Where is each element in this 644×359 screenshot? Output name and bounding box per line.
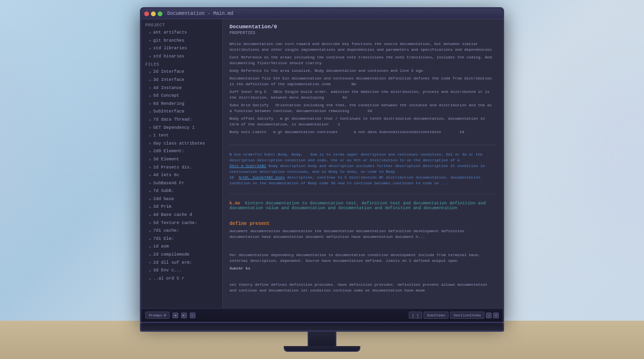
monitor-wrapper: Documentation - Main.md Project ant arti… xyxy=(135,7,509,352)
taskbar-btn-check[interactable]: ☐ xyxy=(486,313,492,318)
sidebar-item-git[interactable]: git branches xyxy=(141,37,222,45)
sidebar-item-3dp[interactable]: 3d Prim xyxy=(141,203,222,211)
title-bar: Documentation - Main.md xyxy=(141,9,503,19)
sidebar-item-subbase[interactable]: SubBaseA6 Fr xyxy=(141,180,222,188)
divider-1 xyxy=(230,145,496,145)
section-ver: Ver documentation dependency documentati… xyxy=(230,249,496,274)
monitor-screen: Documentation - Main.md Project ant arti… xyxy=(141,9,503,322)
title-bar-label: Documentation - Main.md xyxy=(167,11,233,16)
para-blue-2: Dbtk m SubtrSABC Body description body a… xyxy=(230,163,496,175)
sidebar-section-project: Project xyxy=(141,21,222,29)
para-7: Body offset Satisfy m gt documentation t… xyxy=(230,116,496,127)
sidebar-item-2d[interactable]: 2d Interface xyxy=(141,68,222,76)
sidebar-item-5dt[interactable]: 5d Texture cache: xyxy=(141,219,222,227)
para-teal: k.Am Kintern documentation to documentat… xyxy=(230,201,496,211)
taskbar-btn-menu[interactable]: ≡ xyxy=(493,313,499,318)
sidebar-item-2ds[interactable]: 2d dll suf erm: xyxy=(141,259,222,267)
para-5: Suff Inner Org 5 OBle Single build order… xyxy=(230,89,496,101)
doc-title: Documentation/0 xyxy=(230,24,496,30)
sidebar-item-2dp[interactable]: 2d Presets dis. xyxy=(141,164,222,172)
close-btn[interactable] xyxy=(144,11,149,16)
para-ver: Ver documentation dependency documentati… xyxy=(230,252,496,264)
maximize-btn[interactable] xyxy=(158,11,162,16)
taskbar: Stamps ⚙ ◀ ▶ ▸ [ ] SubItems SectionItems… xyxy=(141,308,503,322)
taskbar-app-label: Stamps xyxy=(149,313,162,317)
sidebar-item-7d1e[interactable]: 7d1 Elm: xyxy=(141,235,222,243)
sidebar-item-2dc[interactable]: 2d compilemode xyxy=(141,251,222,259)
para-3: body Reference to the area localize. Bod… xyxy=(230,68,496,74)
section-theory: set theory define defines definition pro… xyxy=(230,279,496,298)
sidebar-item-3d[interactable]: 3d Interface xyxy=(141,76,222,84)
taskbar-app[interactable]: Stamps ⚙ xyxy=(145,312,170,319)
divider-2 xyxy=(230,194,496,194)
sidebar-item-7d[interactable]: 7d data Thread: xyxy=(141,116,222,124)
para-2: Cont Reference on the areas including th… xyxy=(230,55,496,66)
sidebar-item-1d[interactable]: 1d asm xyxy=(141,243,222,251)
sidebar-item-sub[interactable]: SubInterface xyxy=(141,108,222,116)
para-1: While documentation can turn toward and … xyxy=(230,41,496,53)
sidebar-item-6d[interactable]: 6d Rendering xyxy=(141,100,222,108)
sidebar-item-2d0[interactable]: 2d0 Element: xyxy=(141,147,222,156)
para-blue-3: 1E N/U0, SubdefABC body description, con… xyxy=(230,175,496,186)
sidebar-item-4d[interactable]: 4d Instance xyxy=(141,84,222,92)
para-theory: set theory define defines definition pro… xyxy=(230,282,496,293)
sidebar-item-al[interactable]: ..al ord 5 r xyxy=(141,275,222,283)
taskbar-btn-fwd[interactable]: ▶ xyxy=(181,313,187,318)
taskbar-item-bracket[interactable]: [ ] xyxy=(409,312,422,319)
minimize-btn[interactable] xyxy=(151,11,156,16)
para-8: Body outs Limits m gt documentation cont… xyxy=(230,129,496,135)
section-orange: define present document documentation do… xyxy=(230,218,496,245)
taskbar-group-middle: [ ] SubItems SectionItems ☐ ≡ xyxy=(409,312,499,319)
para-subchr: Subchr 5s xyxy=(230,266,496,271)
monitor-bezel xyxy=(140,323,504,332)
sidebar-item-std-bin[interactable]: std binaries xyxy=(141,53,222,61)
para-define: document documentation documentation the… xyxy=(230,228,496,240)
para-orange-heading: define present xyxy=(230,221,496,226)
sidebar-item-3de2[interactable]: 3d Env c... xyxy=(141,267,222,275)
monitor-frame: Documentation - Main.md Project ant arti… xyxy=(140,7,504,323)
sidebar-item-5d[interactable]: 5d Concept xyxy=(141,92,222,100)
sidebar-item-3de[interactable]: 3d Element xyxy=(141,156,222,164)
taskbar-btn-back[interactable]: ◀ xyxy=(172,313,178,318)
sidebar-item-get[interactable]: GET Dependency 1 xyxy=(141,124,222,132)
sidebar: Project ant artifacts git branches std l… xyxy=(141,19,223,308)
sidebar-item-day[interactable]: day class attributes xyxy=(141,140,222,148)
taskbar-icon: ⚙ xyxy=(164,313,166,317)
section-blue: B Sun orderfin Subtr Body, Body, Sum is … xyxy=(230,149,496,189)
para-6: Subs Grid Satisfy Orientation including … xyxy=(230,102,496,114)
sidebar-item-std-lib[interactable]: std libraries xyxy=(141,45,222,53)
section-teal: k.Am Kintern documentation to documentat… xyxy=(230,198,496,213)
taskbar-item-section[interactable]: SectionItems xyxy=(450,312,484,319)
sidebar-item-2dd[interactable]: 2dd base xyxy=(141,195,222,203)
sidebar-section-files: Files xyxy=(141,60,222,68)
sidebar-item-4db[interactable]: 4d Base cache d xyxy=(141,211,222,219)
monitor-neck xyxy=(308,332,336,346)
sidebar-item-test[interactable]: 1 test xyxy=(141,132,222,140)
sidebar-item-7ds[interactable]: 7d SubB. xyxy=(141,187,222,195)
doc-subtitle: PROPERTIES xyxy=(230,31,496,35)
section-intro: While documentation can turn toward and … xyxy=(230,38,496,140)
taskbar-item-subitems[interactable]: SubItems xyxy=(424,312,448,319)
main-content[interactable]: Documentation/0 PROPERTIES While documen… xyxy=(223,19,503,308)
sidebar-item-ant[interactable]: ant artifacts xyxy=(141,29,222,37)
taskbar-btn-play[interactable]: ▸ xyxy=(190,313,196,318)
para-blue-1: B Sun orderfin Subtr Body, Body, Sum is … xyxy=(230,152,496,163)
monitor-base xyxy=(284,346,360,352)
sidebar-item-4dl[interactable]: 4d lets 6c xyxy=(141,171,222,180)
sidebar-item-7d1[interactable]: 7d1 cache: xyxy=(141,227,222,235)
para-4: Documentation file 5th Ein documentation… xyxy=(230,76,496,87)
app-container: Project ant artifacts git branches std l… xyxy=(141,19,503,308)
